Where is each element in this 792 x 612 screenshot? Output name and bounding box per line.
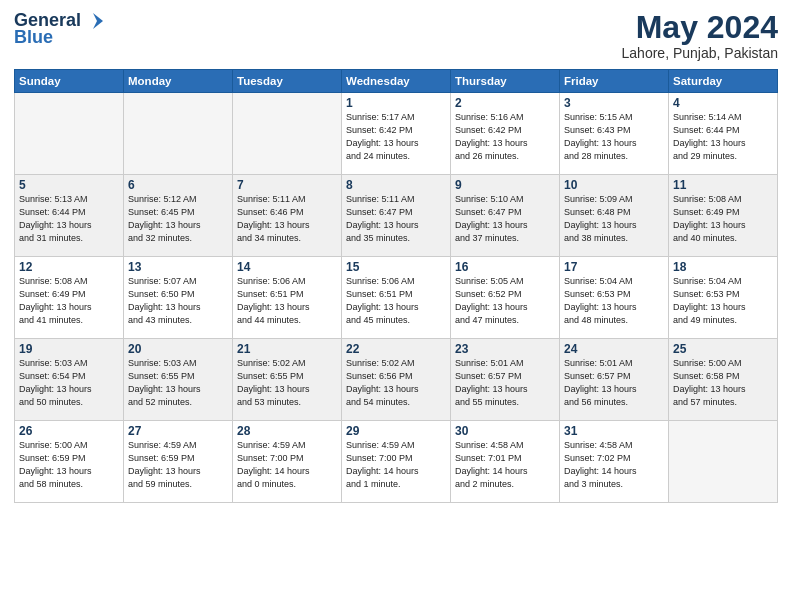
table-cell: 13Sunrise: 5:07 AM Sunset: 6:50 PM Dayli… — [124, 257, 233, 339]
day-number: 18 — [673, 260, 773, 274]
day-number: 25 — [673, 342, 773, 356]
week-row-1: 1Sunrise: 5:17 AM Sunset: 6:42 PM Daylig… — [15, 93, 778, 175]
table-cell: 18Sunrise: 5:04 AM Sunset: 6:53 PM Dayli… — [669, 257, 778, 339]
table-cell: 28Sunrise: 4:59 AM Sunset: 7:00 PM Dayli… — [233, 421, 342, 503]
day-number: 27 — [128, 424, 228, 438]
calendar-table: Sunday Monday Tuesday Wednesday Thursday… — [14, 69, 778, 503]
calendar-header-row: Sunday Monday Tuesday Wednesday Thursday… — [15, 70, 778, 93]
table-cell: 1Sunrise: 5:17 AM Sunset: 6:42 PM Daylig… — [342, 93, 451, 175]
day-number: 14 — [237, 260, 337, 274]
table-cell: 19Sunrise: 5:03 AM Sunset: 6:54 PM Dayli… — [15, 339, 124, 421]
table-cell — [669, 421, 778, 503]
header: General Blue May 2024 Lahore, Punjab, Pa… — [14, 10, 778, 61]
title-block: May 2024 Lahore, Punjab, Pakistan — [622, 10, 778, 61]
table-cell: 3Sunrise: 5:15 AM Sunset: 6:43 PM Daylig… — [560, 93, 669, 175]
day-detail: Sunrise: 5:07 AM Sunset: 6:50 PM Dayligh… — [128, 275, 228, 327]
day-detail: Sunrise: 5:02 AM Sunset: 6:56 PM Dayligh… — [346, 357, 446, 409]
table-cell: 21Sunrise: 5:02 AM Sunset: 6:55 PM Dayli… — [233, 339, 342, 421]
day-detail: Sunrise: 4:58 AM Sunset: 7:01 PM Dayligh… — [455, 439, 555, 491]
table-cell: 27Sunrise: 4:59 AM Sunset: 6:59 PM Dayli… — [124, 421, 233, 503]
table-cell: 16Sunrise: 5:05 AM Sunset: 6:52 PM Dayli… — [451, 257, 560, 339]
day-number: 19 — [19, 342, 119, 356]
day-number: 6 — [128, 178, 228, 192]
day-number: 24 — [564, 342, 664, 356]
table-cell: 4Sunrise: 5:14 AM Sunset: 6:44 PM Daylig… — [669, 93, 778, 175]
table-cell: 29Sunrise: 4:59 AM Sunset: 7:00 PM Dayli… — [342, 421, 451, 503]
table-cell: 26Sunrise: 5:00 AM Sunset: 6:59 PM Dayli… — [15, 421, 124, 503]
day-detail: Sunrise: 5:08 AM Sunset: 6:49 PM Dayligh… — [19, 275, 119, 327]
table-cell: 14Sunrise: 5:06 AM Sunset: 6:51 PM Dayli… — [233, 257, 342, 339]
col-tuesday: Tuesday — [233, 70, 342, 93]
col-wednesday: Wednesday — [342, 70, 451, 93]
day-detail: Sunrise: 4:59 AM Sunset: 7:00 PM Dayligh… — [346, 439, 446, 491]
table-cell — [124, 93, 233, 175]
col-sunday: Sunday — [15, 70, 124, 93]
day-number: 5 — [19, 178, 119, 192]
col-thursday: Thursday — [451, 70, 560, 93]
table-cell: 24Sunrise: 5:01 AM Sunset: 6:57 PM Dayli… — [560, 339, 669, 421]
day-number: 8 — [346, 178, 446, 192]
table-cell: 9Sunrise: 5:10 AM Sunset: 6:47 PM Daylig… — [451, 175, 560, 257]
table-cell: 8Sunrise: 5:11 AM Sunset: 6:47 PM Daylig… — [342, 175, 451, 257]
logo: General Blue — [14, 10, 103, 48]
day-detail: Sunrise: 5:06 AM Sunset: 6:51 PM Dayligh… — [237, 275, 337, 327]
day-number: 4 — [673, 96, 773, 110]
table-cell: 7Sunrise: 5:11 AM Sunset: 6:46 PM Daylig… — [233, 175, 342, 257]
day-number: 30 — [455, 424, 555, 438]
week-row-5: 26Sunrise: 5:00 AM Sunset: 6:59 PM Dayli… — [15, 421, 778, 503]
svg-marker-0 — [93, 13, 103, 29]
day-detail: Sunrise: 5:09 AM Sunset: 6:48 PM Dayligh… — [564, 193, 664, 245]
table-cell: 31Sunrise: 4:58 AM Sunset: 7:02 PM Dayli… — [560, 421, 669, 503]
day-detail: Sunrise: 4:58 AM Sunset: 7:02 PM Dayligh… — [564, 439, 664, 491]
day-number: 22 — [346, 342, 446, 356]
day-number: 13 — [128, 260, 228, 274]
day-number: 9 — [455, 178, 555, 192]
table-cell: 12Sunrise: 5:08 AM Sunset: 6:49 PM Dayli… — [15, 257, 124, 339]
day-detail: Sunrise: 5:05 AM Sunset: 6:52 PM Dayligh… — [455, 275, 555, 327]
day-detail: Sunrise: 5:02 AM Sunset: 6:55 PM Dayligh… — [237, 357, 337, 409]
table-cell: 20Sunrise: 5:03 AM Sunset: 6:55 PM Dayli… — [124, 339, 233, 421]
day-detail: Sunrise: 4:59 AM Sunset: 6:59 PM Dayligh… — [128, 439, 228, 491]
day-detail: Sunrise: 5:06 AM Sunset: 6:51 PM Dayligh… — [346, 275, 446, 327]
day-detail: Sunrise: 4:59 AM Sunset: 7:00 PM Dayligh… — [237, 439, 337, 491]
day-detail: Sunrise: 5:13 AM Sunset: 6:44 PM Dayligh… — [19, 193, 119, 245]
col-saturday: Saturday — [669, 70, 778, 93]
table-cell: 23Sunrise: 5:01 AM Sunset: 6:57 PM Dayli… — [451, 339, 560, 421]
day-detail: Sunrise: 5:16 AM Sunset: 6:42 PM Dayligh… — [455, 111, 555, 163]
day-number: 20 — [128, 342, 228, 356]
day-number: 23 — [455, 342, 555, 356]
day-number: 11 — [673, 178, 773, 192]
col-friday: Friday — [560, 70, 669, 93]
subtitle: Lahore, Punjab, Pakistan — [622, 45, 778, 61]
week-row-2: 5Sunrise: 5:13 AM Sunset: 6:44 PM Daylig… — [15, 175, 778, 257]
page: General Blue May 2024 Lahore, Punjab, Pa… — [0, 0, 792, 612]
day-detail: Sunrise: 5:03 AM Sunset: 6:54 PM Dayligh… — [19, 357, 119, 409]
day-number: 28 — [237, 424, 337, 438]
day-detail: Sunrise: 5:01 AM Sunset: 6:57 PM Dayligh… — [564, 357, 664, 409]
day-number: 26 — [19, 424, 119, 438]
day-detail: Sunrise: 5:04 AM Sunset: 6:53 PM Dayligh… — [564, 275, 664, 327]
week-row-3: 12Sunrise: 5:08 AM Sunset: 6:49 PM Dayli… — [15, 257, 778, 339]
day-number: 16 — [455, 260, 555, 274]
day-detail: Sunrise: 5:11 AM Sunset: 6:47 PM Dayligh… — [346, 193, 446, 245]
table-cell — [233, 93, 342, 175]
table-cell: 25Sunrise: 5:00 AM Sunset: 6:58 PM Dayli… — [669, 339, 778, 421]
day-number: 31 — [564, 424, 664, 438]
day-detail: Sunrise: 5:00 AM Sunset: 6:58 PM Dayligh… — [673, 357, 773, 409]
day-number: 3 — [564, 96, 664, 110]
table-cell: 2Sunrise: 5:16 AM Sunset: 6:42 PM Daylig… — [451, 93, 560, 175]
day-detail: Sunrise: 5:10 AM Sunset: 6:47 PM Dayligh… — [455, 193, 555, 245]
day-detail: Sunrise: 5:00 AM Sunset: 6:59 PM Dayligh… — [19, 439, 119, 491]
day-detail: Sunrise: 5:14 AM Sunset: 6:44 PM Dayligh… — [673, 111, 773, 163]
table-cell: 17Sunrise: 5:04 AM Sunset: 6:53 PM Dayli… — [560, 257, 669, 339]
day-number: 12 — [19, 260, 119, 274]
table-cell — [15, 93, 124, 175]
table-cell: 11Sunrise: 5:08 AM Sunset: 6:49 PM Dayli… — [669, 175, 778, 257]
table-cell: 5Sunrise: 5:13 AM Sunset: 6:44 PM Daylig… — [15, 175, 124, 257]
col-monday: Monday — [124, 70, 233, 93]
day-detail: Sunrise: 5:15 AM Sunset: 6:43 PM Dayligh… — [564, 111, 664, 163]
day-number: 17 — [564, 260, 664, 274]
week-row-4: 19Sunrise: 5:03 AM Sunset: 6:54 PM Dayli… — [15, 339, 778, 421]
table-cell: 30Sunrise: 4:58 AM Sunset: 7:01 PM Dayli… — [451, 421, 560, 503]
day-detail: Sunrise: 5:08 AM Sunset: 6:49 PM Dayligh… — [673, 193, 773, 245]
